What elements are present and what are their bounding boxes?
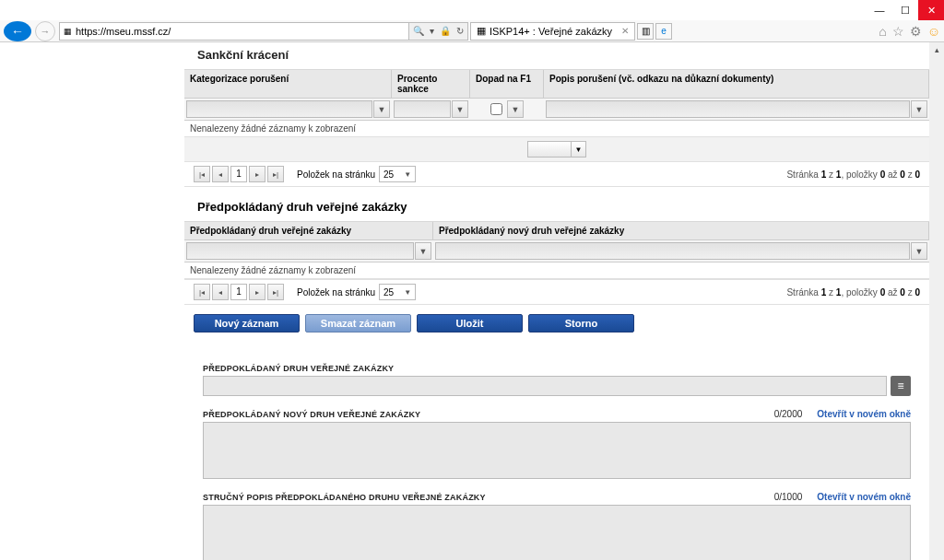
grid1-header: Kategorizace porušení Procento sankce Do… (184, 70, 929, 99)
minimize-button[interactable]: — (867, 0, 892, 20)
home-icon[interactable]: ⌂ (879, 24, 886, 39)
forward-button[interactable]: → (35, 21, 55, 41)
close-button[interactable]: ✕ (918, 0, 944, 20)
pager-info: Stránka 1 z 1, položky 0 až 0 z 0 (786, 169, 920, 180)
form-area: PŘEDPOKLÁDANÝ DRUH VEŘEJNÉ ZAKÁZKY ≡ PŘE… (184, 336, 929, 560)
dropdown-icon[interactable]: ▾ (430, 26, 434, 36)
chevron-down-icon: ▼ (404, 288, 411, 297)
filter-kategorizace[interactable] (186, 100, 372, 118)
grid2-filter-row: ▼ ▼ (184, 240, 929, 262)
url-text: https://mseu.mssf.cz/ (76, 26, 171, 37)
pager-prev[interactable]: ◂ (212, 284, 229, 300)
emoji-icon[interactable]: ☺ (927, 24, 940, 39)
pager-items-label: Položek na stránku (297, 287, 375, 298)
browser-tab[interactable]: ▦ ISKP14+ : Veřejné zakázky ✕ (470, 22, 635, 41)
address-bar[interactable]: ▦ https://mseu.mssf.cz/ (59, 22, 409, 41)
list-picker-button[interactable]: ≡ (891, 376, 911, 396)
pager-first[interactable]: |◂ (194, 284, 210, 300)
action-buttons: Nový záznam Smazat záznam Uložit Storno (184, 305, 929, 336)
chevron-down-icon: ▼ (404, 170, 411, 179)
grid1-combo-row: ▼ (184, 137, 929, 161)
tab-favicon: ▦ (477, 25, 486, 37)
filter-icon[interactable]: ▼ (452, 100, 468, 118)
grid1-empty-msg: Nenalezeny žádné záznamy k zobrazení (184, 121, 929, 137)
pager-items-label: Položek na stránku (297, 169, 375, 180)
filter-icon[interactable]: ▼ (415, 242, 431, 260)
edge-icon[interactable]: e (655, 23, 672, 40)
section2-title: Předpokládaný druh veřejné zakázky (184, 187, 929, 222)
pager-page-size[interactable]: 25 ▼ (379, 166, 416, 182)
pager-size-value: 25 (384, 287, 394, 298)
new-record-button[interactable]: Nový záznam (194, 314, 300, 332)
f2-counter: 0/2000 (774, 409, 803, 419)
f3-textarea[interactable] (203, 505, 911, 560)
tab-close-icon[interactable]: ✕ (621, 26, 629, 36)
scroll-up-icon[interactable]: ▴ (929, 42, 944, 57)
col-procento[interactable]: Procento sankce (392, 70, 470, 99)
delete-record-button[interactable]: Smazat záznam (305, 314, 411, 332)
grid2-empty-msg: Nenalezeny žádné záznamy k zobrazení (184, 262, 929, 279)
cancel-button[interactable]: Storno (528, 314, 634, 332)
pager-prev[interactable]: ◂ (212, 166, 229, 182)
pager-page-number[interactable]: 1 (230, 166, 247, 182)
page-combo[interactable]: ▼ (527, 141, 586, 158)
f3-label: STRUČNÝ POPIS PŘEDPOKLÁDANÉHO DRUHU VEŘE… (203, 493, 486, 502)
pager-page-number[interactable]: 1 (230, 284, 247, 300)
col-kategorizace[interactable]: Kategorizace porušení (184, 70, 392, 99)
filter-icon[interactable]: ▼ (507, 100, 524, 118)
pager-last[interactable]: ▸| (267, 166, 284, 182)
pager-info: Stránka 1 z 1, položky 0 až 0 z 0 (786, 287, 920, 298)
window-titlebar: — ☐ ✕ (0, 0, 944, 20)
f2-open-link[interactable]: Otevřít v novém okně (817, 409, 911, 419)
filter-icon[interactable]: ▼ (373, 100, 390, 118)
col-popis[interactable]: Popis porušení (vč. odkazu na důkazní do… (544, 70, 929, 99)
left-margin (0, 42, 184, 560)
filter-procento[interactable] (394, 100, 451, 118)
new-tab-button[interactable]: ▥ (637, 23, 654, 40)
pager-first[interactable]: |◂ (194, 166, 210, 182)
search-icon[interactable]: 🔍 (413, 26, 424, 36)
filter-icon[interactable]: ▼ (911, 242, 927, 260)
f3-counter: 0/1000 (774, 492, 803, 502)
f2-textarea[interactable] (203, 422, 911, 479)
site-icon: ▦ (64, 27, 72, 36)
filter2-druh[interactable] (186, 242, 414, 260)
f3-open-link[interactable]: Otevřít v novém okně (817, 492, 911, 502)
section1-title: Sankční krácení (184, 42, 929, 70)
grid1-filter-row: ▼ ▼ ▼ ▼ (184, 99, 929, 121)
col2-novy-druh[interactable]: Předpokládaný nový druh veřejné zakázky (433, 222, 929, 240)
back-button[interactable]: ← (4, 21, 31, 41)
vertical-scrollbar[interactable]: ▴ (929, 42, 944, 560)
pager-next[interactable]: ▸ (249, 166, 266, 182)
favorites-icon[interactable]: ☆ (892, 24, 904, 39)
pager-size-value: 25 (384, 169, 394, 180)
settings-icon[interactable]: ⚙ (910, 24, 922, 39)
pager-next[interactable]: ▸ (249, 284, 266, 300)
refresh-icon[interactable]: ↻ (456, 26, 464, 36)
col-dopad[interactable]: Dopad na F1 (470, 70, 544, 99)
tab-title: ISKP14+ : Veřejné zakázky (490, 26, 612, 37)
filter-popis[interactable] (546, 100, 910, 118)
pager1: |◂ ◂ 1 ▸ ▸| Položek na stránku 25 ▼ Strá… (184, 161, 929, 187)
main-content: Sankční krácení Kategorizace porušení Pr… (184, 42, 929, 560)
save-button[interactable]: Uložit (417, 314, 523, 332)
addr-controls: 🔍 ▾ 🔒 ↻ (409, 22, 468, 41)
pager-last[interactable]: ▸| (267, 284, 284, 300)
filter2-novy[interactable] (435, 242, 910, 260)
lock-icon: 🔒 (440, 26, 451, 36)
pager-page-size[interactable]: 25 ▼ (379, 284, 416, 300)
f2-label: PŘEDPOKLÁDANÝ NOVÝ DRUH VEŘEJNÉ ZAKÁZKY (203, 410, 420, 419)
f1-input[interactable] (203, 376, 887, 396)
maximize-button[interactable]: ☐ (892, 0, 918, 20)
f1-label: PŘEDPOKLÁDANÝ DRUH VEŘEJNÉ ZAKÁZKY (203, 364, 911, 373)
chevron-down-icon: ▼ (571, 142, 585, 157)
browser-toolbar: ← → ▦ https://mseu.mssf.cz/ 🔍 ▾ 🔒 ↻ ▦ IS… (0, 20, 944, 42)
filter-icon[interactable]: ▼ (911, 100, 927, 118)
grid2-header: Předpokládaný druh veřejné zakázky Předp… (184, 222, 929, 240)
col2-druh[interactable]: Předpokládaný druh veřejné zakázky (184, 222, 433, 240)
filter-dopad-checkbox[interactable] (490, 103, 502, 115)
pager2: |◂ ◂ 1 ▸ ▸| Položek na stránku 25 ▼ Strá… (184, 279, 929, 305)
